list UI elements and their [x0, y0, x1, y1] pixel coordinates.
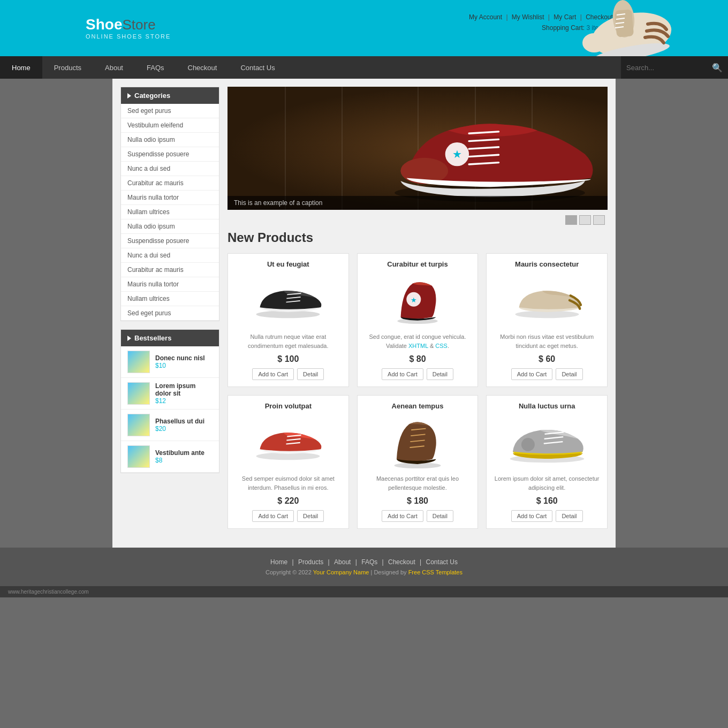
product-card: Ut eu feugiat Nulla rutrum neque vitae e…	[228, 253, 349, 387]
detail-button[interactable]: Detail	[427, 510, 453, 522]
footer-link[interactable]: Checkout	[388, 558, 415, 566]
product-price: $ 80	[364, 354, 472, 364]
category-item[interactable]: Nunc a dui sed	[121, 248, 219, 263]
add-to-cart-button[interactable]: Add to Cart	[252, 510, 294, 522]
product-name: Ut eu feugiat	[234, 260, 342, 268]
nav-home[interactable]: Home	[0, 56, 42, 79]
my-wishlist-link[interactable]: My Wishlist	[512, 13, 544, 21]
bestseller-thumb	[127, 351, 150, 373]
add-to-cart-button[interactable]: Add to Cart	[382, 510, 423, 522]
product-actions: Add to Cart Detail	[493, 510, 601, 522]
product-price: $ 60	[493, 354, 601, 364]
nav-products[interactable]: Products	[42, 56, 93, 79]
bestseller-item[interactable]: Vestibulum ante $8	[121, 441, 219, 473]
product-desc: Nulla rutrum neque vitae erat condimentu…	[234, 332, 342, 350]
product-card: Mauris consectetur Morbi non risus vitae…	[486, 253, 608, 387]
bestsellers-title: Bestsellers	[121, 330, 219, 346]
category-item[interactable]: Mauris nulla tortor	[121, 191, 219, 205]
category-item[interactable]: Nunc a dui sed	[121, 162, 219, 176]
category-item[interactable]: Sed eget purus	[121, 104, 219, 118]
content-area: ★ This is an example of a caption New Pr…	[228, 87, 608, 540]
product-actions: Add to Cart Detail	[234, 510, 342, 522]
footer-url: www.heritagechristiancollege.com	[8, 589, 89, 595]
nav-checkout[interactable]: Checkout	[176, 56, 229, 79]
nav-contact[interactable]: Contact Us	[229, 56, 286, 79]
bestseller-name: Vestibulum ante	[155, 449, 204, 457]
category-item[interactable]: Curabitur ac mauris	[121, 176, 219, 191]
product-name: Proin volutpat	[234, 402, 342, 410]
categories-list: Sed eget purusVestibulum eleifendNulla o…	[121, 104, 219, 321]
slider-nav	[228, 215, 608, 225]
category-item[interactable]: Nullam ultrices	[121, 205, 219, 219]
bestseller-thumb	[127, 414, 150, 436]
category-item[interactable]: Nullam ultrices	[121, 292, 219, 306]
footer-links: Home | Products | About | FAQs | Checkou…	[0, 558, 728, 566]
slider-dot-3[interactable]	[593, 215, 605, 225]
footer-link[interactable]: Contact Us	[426, 558, 458, 566]
nav-faqs[interactable]: FAQs	[135, 56, 176, 79]
xhtml-link[interactable]: XHTML	[408, 343, 428, 349]
category-item[interactable]: Suspendisse posuere	[121, 234, 219, 248]
detail-button[interactable]: Detail	[297, 510, 324, 522]
bestseller-item[interactable]: Donec nunc nisl $10	[121, 346, 219, 378]
bestseller-item[interactable]: Phasellus ut dui $20	[121, 410, 219, 441]
company-name-link[interactable]: Your Company Name	[313, 569, 369, 575]
detail-button[interactable]: Detail	[297, 368, 324, 380]
product-card: Aenean tempus Maecenas porttitor erat qu…	[357, 395, 479, 529]
product-card: Proin volutpat Sed semper euismod dolor …	[228, 395, 349, 529]
categories-arrow	[127, 93, 131, 98]
product-desc: Maecenas porttitor erat quis leo pellent…	[364, 474, 472, 492]
bestseller-item[interactable]: Lorem ipsum dolor sit $12	[121, 378, 219, 410]
css-link[interactable]: CSS	[435, 343, 448, 349]
svg-text:★: ★	[411, 297, 417, 304]
add-to-cart-button[interactable]: Add to Cart	[252, 368, 294, 380]
new-products-title: New Products	[228, 230, 608, 245]
bestseller-thumb	[127, 445, 150, 468]
bestseller-name: Lorem ipsum dolor sit	[155, 382, 213, 397]
search-icon[interactable]: 🔍	[712, 63, 723, 73]
categories-title: Categories	[121, 87, 219, 104]
product-name: Curabitur et turpis	[364, 260, 472, 268]
category-item[interactable]: Sed eget purus	[121, 306, 219, 321]
footer-link[interactable]: Products	[298, 558, 323, 566]
hero-slider: ★ This is an example of a caption	[228, 87, 608, 210]
category-item[interactable]: Curabitur ac mauris	[121, 263, 219, 277]
search-input[interactable]	[626, 64, 712, 72]
category-item[interactable]: Nulla odio ipsum	[121, 219, 219, 234]
add-to-cart-button[interactable]: Add to Cart	[511, 368, 553, 380]
bestseller-name: Phasellus ut dui	[155, 418, 204, 425]
logo-bold: Shoe	[86, 16, 122, 33]
svg-point-8	[582, 33, 606, 52]
categories-label: Categories	[134, 92, 170, 100]
main-content: Categories Sed eget purusVestibulum elei…	[112, 79, 616, 548]
product-image	[493, 415, 601, 469]
slider-dot-1[interactable]	[565, 215, 577, 225]
product-name: Mauris consectetur	[493, 260, 601, 268]
add-to-cart-button[interactable]: Add to Cart	[511, 510, 553, 522]
category-item[interactable]: Mauris nulla tortor	[121, 277, 219, 292]
my-account-link[interactable]: My Account	[469, 13, 502, 21]
product-card: Curabitur et turpis ★ Sed congue, erat i…	[357, 253, 479, 387]
product-desc: Sed semper euismod dolor sit amet interd…	[234, 474, 342, 492]
svg-text:★: ★	[452, 148, 462, 160]
product-name: Nulla luctus urna	[493, 402, 601, 410]
category-item[interactable]: Vestibulum eleifend	[121, 118, 219, 133]
my-cart-link[interactable]: My Cart	[553, 13, 576, 21]
site-logo[interactable]: ShoeStore	[86, 16, 171, 33]
detail-button[interactable]: Detail	[556, 510, 582, 522]
footer-link[interactable]: Home	[270, 558, 287, 566]
detail-button[interactable]: Detail	[427, 368, 453, 380]
designer-link[interactable]: Free CSS Templates	[408, 569, 462, 575]
bestseller-price: $12	[155, 397, 213, 405]
category-item[interactable]: Suspendisse posuere	[121, 147, 219, 162]
nav-about[interactable]: About	[93, 56, 135, 79]
footer-link[interactable]: FAQs	[361, 558, 377, 566]
bestsellers-arrow	[127, 336, 131, 341]
product-actions: Add to Cart Detail	[234, 368, 342, 380]
add-to-cart-button[interactable]: Add to Cart	[382, 368, 423, 380]
category-item[interactable]: Nulla odio ipsum	[121, 133, 219, 147]
slider-dot-2[interactable]	[579, 215, 591, 225]
footer-link[interactable]: About	[334, 558, 351, 566]
product-desc: Sed congue, erat id congue vehicula. Val…	[364, 332, 472, 350]
detail-button[interactable]: Detail	[556, 368, 582, 380]
